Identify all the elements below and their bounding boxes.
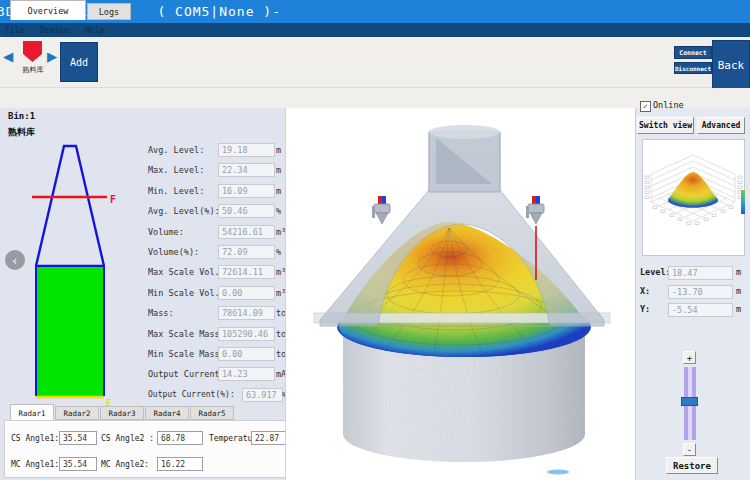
main-3d-view[interactable] <box>285 108 635 480</box>
tab-overview[interactable]: Overview <box>10 0 86 20</box>
mc-angle1-field[interactable]: 35.54 <box>59 457 97 471</box>
level-label: Level: <box>640 267 671 277</box>
y-label: Y: <box>640 304 650 314</box>
menu-bar: File Device Help <box>0 23 750 37</box>
mc-angle1-label: MC Angle1: <box>11 460 59 469</box>
stat-value-field: 22.34 <box>218 163 275 177</box>
stat-row-min-scale-vol: Min Scale Vol.: 0.00 m³ <box>148 285 288 305</box>
cs-angle1-field[interactable]: 35.54 <box>59 431 97 445</box>
stat-value-field: 72614.11 <box>218 265 275 279</box>
stat-row-min-level: Min. Level: 16.09 m <box>148 183 288 203</box>
collapse-panel-button[interactable]: ‹ <box>5 250 25 270</box>
menu-file[interactable]: File <box>5 26 24 35</box>
full-limit-label: F <box>110 194 116 205</box>
toolbar-bin-name: 熟料库 <box>12 65 54 75</box>
bin-id-label: Bin:1 <box>8 111 35 121</box>
stat-row-mass: Mass: 78614.09 ton <box>148 305 288 325</box>
stat-value-field: 0.00 <box>218 347 275 361</box>
back-button[interactable]: Back <box>712 40 750 90</box>
add-button[interactable]: Add <box>60 42 98 82</box>
stat-value-field: 14.23 <box>218 367 275 381</box>
cs-angle2-label: CS Angle2 : <box>101 434 154 443</box>
tab-logs[interactable]: Logs <box>87 3 131 20</box>
stat-value-field: 0.00 <box>218 286 275 300</box>
switch-view-button[interactable]: Switch view <box>637 117 694 134</box>
connection-status: ( COM5|None )- <box>157 4 281 19</box>
radar-sensor-left <box>372 196 390 224</box>
stat-value-field: 19.18 <box>218 143 275 157</box>
chevron-left-icon: ‹ <box>11 253 19 268</box>
zoom-out-button[interactable]: - <box>683 443 696 456</box>
menu-help[interactable]: Help <box>85 26 104 35</box>
mc-angle2-field[interactable]: 16.22 <box>157 457 203 471</box>
y-field: -5.54 <box>668 303 733 317</box>
radar-tab-3[interactable]: Radar3 <box>100 406 144 420</box>
roof-chute <box>429 125 500 192</box>
stat-value-field: 16.09 <box>218 184 275 198</box>
silo-cone-outline <box>36 146 104 266</box>
menu-device[interactable]: Device <box>40 26 69 35</box>
stat-row-max-level: Max. Level: 22.34 m <box>148 162 288 182</box>
surface-preview-plot <box>643 140 744 255</box>
temperature-field[interactable]: 22.87 <box>251 431 287 445</box>
stat-value-field: 72.09 <box>218 245 275 259</box>
stat-value-field: 78614.09 <box>218 306 275 320</box>
cs-angle2-field[interactable]: 68.78 <box>157 431 203 445</box>
radar-tab-1[interactable]: Radar1 <box>10 404 54 421</box>
zoom-in-button[interactable]: + <box>683 351 696 364</box>
mc-angle2-label: MC Angle2: <box>101 460 149 469</box>
x-label: X: <box>640 286 650 296</box>
x-field: -13.70 <box>668 285 733 299</box>
surface-preview-box[interactable] <box>642 139 745 256</box>
online-label: Online <box>653 100 684 110</box>
zoom-slider-handle[interactable] <box>681 397 698 406</box>
silo-3d-render <box>286 108 636 480</box>
stat-row-output-current: Output Current: 14.23 mA <box>148 366 288 386</box>
prev-bin-icon[interactable]: ◀ <box>3 46 13 66</box>
online-checkbox[interactable]: ✓ <box>640 101 651 112</box>
radar-detail-card: CS Angle1: 35.54 CS Angle2 : 68.78 Tempe… <box>4 420 292 478</box>
stat-row-avg-level: Avg. Level: 19.18 m <box>148 142 288 162</box>
check-icon: ✓ <box>643 102 648 111</box>
tab-row <box>0 88 750 108</box>
radar-tab-5[interactable]: Radar5 <box>190 406 234 420</box>
level-field: 18.47 <box>668 266 733 280</box>
stat-value-field: 54216.61 <box>218 225 275 239</box>
stat-value-field: 50.46 <box>218 204 275 218</box>
stat-row-max-scale-vol: Max Scale Vol.: 72614.11 m³ <box>148 264 288 284</box>
silo-2d-diagram: F E <box>8 140 138 406</box>
stat-row-volume-pct: Volume(%): 72.09 % <box>148 244 288 264</box>
bin-name-label: 熟料库 <box>8 126 35 139</box>
stat-row-max-scale-mass: Max Scale Mass: 105290.46 ton <box>148 326 288 346</box>
material-fill-level <box>37 267 103 396</box>
radar-sensor-right <box>526 196 544 224</box>
stats-list: Avg. Level: 19.18 m Max. Level: 22.34 m … <box>148 142 288 407</box>
cs-angle1-label: CS Angle1: <box>11 434 59 443</box>
preview-dome <box>668 172 718 208</box>
radar-tab-4[interactable]: Radar4 <box>145 406 189 420</box>
disconnect-button[interactable]: Disconnect <box>674 62 712 74</box>
stat-row-min-scale-mass: Min Scale Mass: 0.00 ton <box>148 346 288 366</box>
toolbar <box>0 37 750 88</box>
stat-row-volume: Volume: 54216.61 m³ <box>148 224 288 244</box>
empty-limit-label: E <box>106 398 111 406</box>
stat-value-field: 105290.46 <box>218 327 275 341</box>
connect-button[interactable]: Connect <box>674 46 712 59</box>
stat-row-avg-level-pct: Avg. Level(%): 50.46 % <box>148 203 288 223</box>
advanced-button[interactable]: Advanced <box>697 117 745 134</box>
restore-button[interactable]: Restore <box>666 457 718 474</box>
next-bin-icon[interactable]: ▶ <box>47 46 57 66</box>
color-scale-legend <box>741 190 745 214</box>
stat-row-output-current-pct: Output Current(%): 63.917 % <box>148 387 288 407</box>
radar-tab-2[interactable]: Radar2 <box>55 406 99 420</box>
stat-value-field: 63.917 <box>242 388 283 402</box>
